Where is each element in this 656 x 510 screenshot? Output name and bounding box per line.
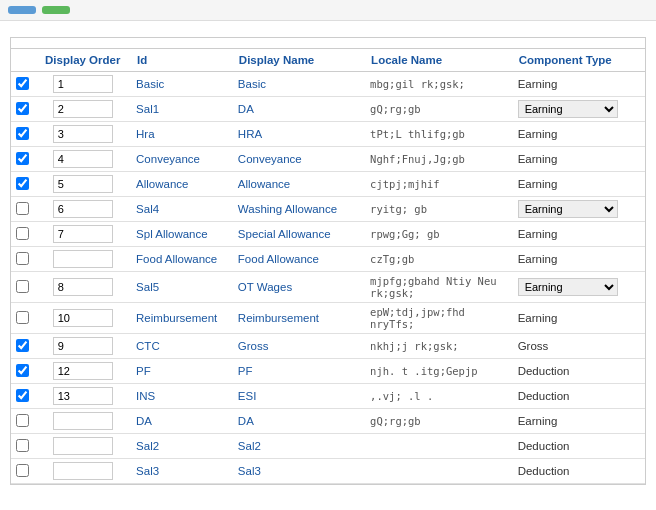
order-input[interactable]: [53, 412, 113, 430]
row-locale-name-cell: Nghf;Fnuj,Jg;gb: [365, 147, 513, 172]
row-locale-name-cell: nkhj;j rk;gsk;: [365, 334, 513, 359]
row-checkbox[interactable]: [16, 202, 29, 215]
row-checkbox[interactable]: [16, 252, 29, 265]
row-component-type-cell: EarningDeductionGross: [513, 97, 645, 122]
row-display-name-cell: Special Allowance: [233, 222, 365, 247]
component-type-select[interactable]: EarningDeductionGross: [518, 100, 618, 118]
row-order-cell: [34, 147, 131, 172]
order-input[interactable]: [53, 150, 113, 168]
row-locale-name-cell: rpwg;Gg; gb: [365, 222, 513, 247]
row-checkbox[interactable]: [16, 102, 29, 115]
row-component-type-cell: EarningDeductionGross: [513, 197, 645, 222]
row-id-cell: DA: [131, 409, 233, 434]
row-checkbox[interactable]: [16, 389, 29, 402]
component-type-select[interactable]: EarningDeductionGross: [518, 278, 618, 296]
order-input[interactable]: [53, 387, 113, 405]
row-locale-name-cell: tPt;L thlifg;gb: [365, 122, 513, 147]
row-order-cell: [34, 334, 131, 359]
row-checkbox[interactable]: [16, 464, 29, 477]
row-checkbox[interactable]: [16, 439, 29, 452]
table-row: Sal1DAgQ;rg;gbEarningDeductionGross: [11, 97, 645, 122]
table-row: HraHRAtPt;L thlifg;gbEarning: [11, 122, 645, 147]
component-type-select[interactable]: EarningDeductionGross: [518, 200, 618, 218]
table-row: BasicBasicmbg;gil rk;gsk;Earning: [11, 72, 645, 97]
row-id-cell: Basic: [131, 72, 233, 97]
row-checkbox[interactable]: [16, 280, 29, 293]
table-row: Sal3Sal3Deduction: [11, 459, 645, 484]
row-id-cell: INS: [131, 384, 233, 409]
row-display-name-cell: Sal2: [233, 434, 365, 459]
row-checkbox[interactable]: [16, 414, 29, 427]
row-display-name-cell: Washing Allowance: [233, 197, 365, 222]
row-display-name-cell: Conveyance: [233, 147, 365, 172]
order-input[interactable]: [53, 125, 113, 143]
row-checkbox-cell: [11, 197, 34, 222]
row-locale-name-cell: ryitg; gb: [365, 197, 513, 222]
row-checkbox-cell: [11, 409, 34, 434]
row-locale-name-cell: njh. t .itg;Gepjp: [365, 359, 513, 384]
row-checkbox[interactable]: [16, 339, 29, 352]
order-input[interactable]: [53, 337, 113, 355]
order-input[interactable]: [53, 309, 113, 327]
row-checkbox[interactable]: [16, 364, 29, 377]
row-checkbox[interactable]: [16, 227, 29, 240]
order-input[interactable]: [53, 437, 113, 455]
row-locale-name-cell: cjtpj;mjhif: [365, 172, 513, 197]
row-display-name-cell: Allowance: [233, 172, 365, 197]
row-checkbox[interactable]: [16, 177, 29, 190]
row-checkbox-cell: [11, 172, 34, 197]
row-checkbox[interactable]: [16, 127, 29, 140]
row-component-type-cell: Gross: [513, 334, 645, 359]
col-locale-name: Locale Name: [365, 49, 513, 72]
row-display-name-cell: Food Allowance: [233, 247, 365, 272]
col-component-type: Component Type: [513, 49, 645, 72]
table-row: Spl AllowanceSpecial Allowancerpwg;Gg; g…: [11, 222, 645, 247]
row-checkbox-cell: [11, 147, 34, 172]
order-input[interactable]: [53, 200, 113, 218]
row-id-cell: PF: [131, 359, 233, 384]
row-component-type-cell: Earning: [513, 172, 645, 197]
row-id-cell: Reimbursement: [131, 303, 233, 334]
row-checkbox-cell: [11, 459, 34, 484]
row-id-cell: Sal4: [131, 197, 233, 222]
row-locale-name-cell: ,.vj; .l .: [365, 384, 513, 409]
row-id-cell: Hra: [131, 122, 233, 147]
row-id-cell: CTC: [131, 334, 233, 359]
row-id-cell: Food Allowance: [131, 247, 233, 272]
table-row: PFPFnjh. t .itg;GepjpDeduction: [11, 359, 645, 384]
row-order-cell: [34, 172, 131, 197]
table-row: AllowanceAllowancecjtpj;mjhifEarning: [11, 172, 645, 197]
row-id-cell: Allowance: [131, 172, 233, 197]
row-id-cell: Spl Allowance: [131, 222, 233, 247]
order-input[interactable]: [53, 225, 113, 243]
row-display-name-cell: Sal3: [233, 459, 365, 484]
row-component-type-cell: EarningDeductionGross: [513, 272, 645, 303]
row-checkbox-cell: [11, 72, 34, 97]
update-button[interactable]: [8, 6, 36, 14]
row-checkbox[interactable]: [16, 311, 29, 324]
row-checkbox[interactable]: [16, 152, 29, 165]
row-locale-name-cell: gQ;rg;gb: [365, 97, 513, 122]
order-input[interactable]: [53, 75, 113, 93]
col-id: Id: [131, 49, 233, 72]
order-input[interactable]: [53, 462, 113, 480]
col-display-name: Display Name: [233, 49, 365, 72]
order-input[interactable]: [53, 250, 113, 268]
table-row: DADAgQ;rg;gbEarning: [11, 409, 645, 434]
order-input[interactable]: [53, 278, 113, 296]
col-checkbox: [11, 49, 34, 72]
row-component-type-cell: Earning: [513, 409, 645, 434]
order-input[interactable]: [53, 100, 113, 118]
row-checkbox-cell: [11, 384, 34, 409]
row-component-type-cell: Deduction: [513, 434, 645, 459]
row-order-cell: [34, 272, 131, 303]
salary-table: Display Order Id Display Name Locale Nam…: [11, 49, 645, 484]
row-locale-name-cell: czTg;gb: [365, 247, 513, 272]
order-input[interactable]: [53, 362, 113, 380]
row-order-cell: [34, 122, 131, 147]
refresh-button[interactable]: [42, 6, 70, 14]
page-content: Display Order Id Display Name Locale Nam…: [0, 21, 656, 493]
row-display-name-cell: Reimbursement: [233, 303, 365, 334]
row-checkbox[interactable]: [16, 77, 29, 90]
order-input[interactable]: [53, 175, 113, 193]
